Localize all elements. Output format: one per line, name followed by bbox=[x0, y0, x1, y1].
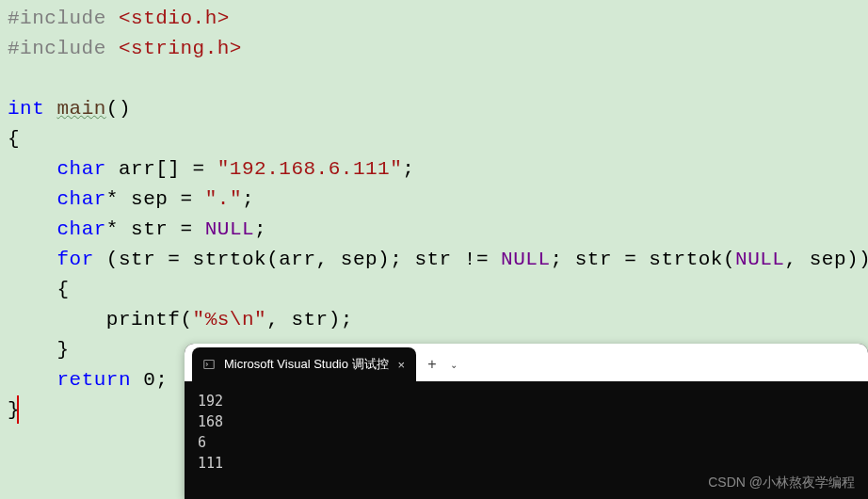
code-line: char* sep = "."; bbox=[8, 185, 860, 215]
type-keyword: int bbox=[8, 98, 44, 120]
code-line: char* str = NULL; bbox=[8, 215, 860, 245]
null-macro: NULL bbox=[205, 218, 254, 240]
code-line: #include <stdio.h> bbox=[8, 4, 860, 34]
terminal-output[interactable]: 192 168 6 111 bbox=[185, 381, 868, 499]
preprocessor-directive: #include bbox=[8, 38, 119, 59]
open-brace: { bbox=[8, 128, 20, 150]
code-line: #include <string.h> bbox=[8, 34, 860, 64]
terminal-icon bbox=[203, 359, 215, 370]
output-line: 111 bbox=[198, 453, 855, 474]
code-line: int main() bbox=[8, 94, 860, 124]
null-macro: NULL bbox=[501, 249, 550, 270]
code-line: { bbox=[8, 275, 860, 305]
format-string: "%s\n" bbox=[193, 309, 267, 330]
close-icon[interactable]: × bbox=[398, 358, 406, 372]
terminal-tab[interactable]: Microsoft Visual Studio 调试控 × bbox=[192, 347, 416, 381]
code-line: } bbox=[8, 395, 20, 426]
add-tab-button[interactable]: + bbox=[427, 356, 436, 373]
output-line: 192 bbox=[198, 391, 855, 411]
for-keyword: for bbox=[56, 249, 93, 270]
include-path: <stdio.h> bbox=[119, 8, 230, 29]
printf-call: printf bbox=[106, 309, 181, 330]
text-cursor bbox=[17, 395, 19, 424]
terminal-titlebar[interactable]: Microsoft Visual Studio 调试控 × + ⌄ bbox=[185, 344, 868, 381]
code-line: for (str = strtok(arr, sep); str != NULL… bbox=[8, 245, 860, 275]
output-line: 168 bbox=[198, 411, 855, 432]
tab-dropdown-button[interactable]: ⌄ bbox=[450, 360, 458, 370]
parens: () bbox=[106, 98, 131, 120]
null-macro: NULL bbox=[735, 249, 784, 270]
include-path: <string.h> bbox=[119, 38, 242, 59]
function-name: main bbox=[56, 98, 105, 120]
string-literal: "." bbox=[205, 188, 242, 210]
code-line: printf("%s\n", str); bbox=[8, 305, 860, 335]
empty-line bbox=[8, 64, 860, 94]
return-keyword: return bbox=[56, 369, 131, 391]
terminal-window: Microsoft Visual Studio 调试控 × + ⌄ 192 16… bbox=[185, 344, 868, 499]
type-keyword: char bbox=[56, 218, 105, 240]
type-keyword: char bbox=[56, 188, 105, 210]
tab-title: Microsoft Visual Studio 调试控 bbox=[224, 356, 389, 373]
code-line: char arr[] = "192.168.6.111"; bbox=[8, 154, 860, 185]
svg-rect-0 bbox=[204, 361, 215, 369]
code-line: { bbox=[8, 124, 860, 154]
preprocessor-directive: #include bbox=[8, 8, 119, 29]
output-line: 6 bbox=[198, 432, 855, 453]
string-literal: "192.168.6.111" bbox=[217, 158, 403, 180]
tab-controls: + ⌄ bbox=[416, 347, 468, 381]
type-keyword: char bbox=[56, 158, 105, 180]
